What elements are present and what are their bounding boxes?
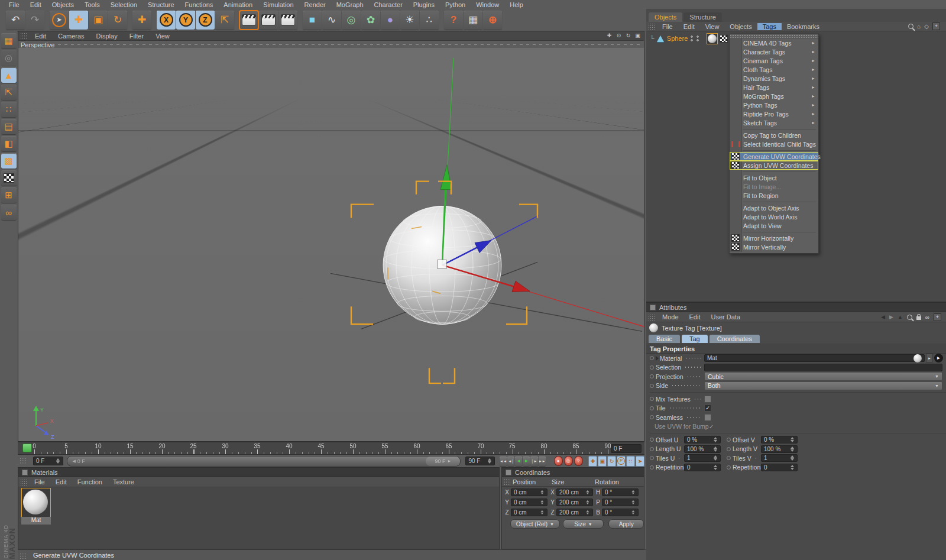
texture-tag-icon[interactable] — [707, 33, 718, 44]
materials-menu-edit[interactable]: Edit — [50, 478, 72, 485]
viewport-menu-filter[interactable]: Filter — [124, 33, 150, 40]
visibility-toggle[interactable] — [690, 35, 694, 42]
point-mode-button[interactable]: ∷ — [1, 102, 17, 117]
anim-dot-icon[interactable] — [650, 397, 654, 401]
end-frame-field[interactable]: 90 F — [465, 457, 495, 465]
rot-b-field[interactable]: 0 ° — [602, 509, 639, 516]
rotate-view-icon[interactable]: ↻ — [624, 33, 632, 40]
panel-grip[interactable] — [20, 458, 27, 464]
autokeying-button[interactable]: ◎ — [564, 456, 573, 466]
snap-settings-button[interactable]: ◎ — [1, 50, 17, 66]
materials-menu-function[interactable]: Function — [72, 478, 108, 485]
stepper[interactable] — [712, 455, 718, 462]
record-options-button[interactable]: ? — [574, 456, 583, 466]
stepper[interactable] — [540, 489, 544, 495]
rotate-tool-button[interactable]: ↻ — [108, 11, 127, 30]
anim-dot-icon[interactable] — [650, 415, 654, 419]
menu-item-riptide-pro-tags[interactable]: Riptide Pro Tags► — [730, 109, 818, 118]
timeline-playhead[interactable] — [22, 444, 32, 452]
model-mode-button[interactable]: ▲ — [1, 67, 17, 83]
menu-python[interactable]: Python — [440, 1, 471, 8]
y-axis-arrowhead[interactable] — [440, 165, 452, 190]
play-backward-button[interactable]: ◄ — [515, 457, 522, 466]
size-z-field[interactable]: 200 cm — [556, 509, 593, 516]
anim-dot-icon[interactable] — [727, 438, 731, 442]
zoom-view-icon[interactable]: ⊙ — [615, 33, 623, 40]
add-particles-button[interactable]: ∴ — [420, 11, 439, 30]
menu-item-fit-to-object[interactable]: Fit to Object — [730, 173, 818, 182]
offset-u-field[interactable]: 0 % — [684, 436, 721, 444]
anim-dot-icon[interactable] — [650, 456, 654, 460]
size-x-field[interactable]: 200 cm — [556, 488, 593, 496]
redo-button[interactable]: ↷ — [25, 11, 44, 30]
stepper[interactable] — [585, 499, 589, 505]
menu-item-mirror-horizontally[interactable]: Mirror Horizontally — [730, 234, 818, 242]
play-forward-button[interactable]: ► — [523, 457, 530, 466]
panel-grip[interactable] — [648, 314, 655, 321]
uv-mode-button[interactable]: ▩ — [1, 153, 17, 169]
menu-item-cinema4d-tags[interactable]: CINEMA 4D Tags► — [730, 38, 818, 47]
size-y-field[interactable]: 200 cm — [556, 499, 593, 506]
menu-plugins[interactable]: Plugins — [408, 1, 440, 8]
timeline-ruler[interactable]: 0 5 10 15 20 25 30 35 40 45 50 55 60 65 … — [18, 442, 644, 455]
undo-button[interactable]: ↶ — [6, 11, 25, 30]
frame-stepper[interactable] — [55, 458, 60, 465]
coord-size-dropdown[interactable]: Size▼ — [563, 519, 604, 529]
menu-item-dynamics-tags[interactable]: Dynamics Tags► — [730, 74, 818, 83]
menu-item-generate-uvw-coordinates[interactable]: Generate UVW Coordinates — [730, 152, 818, 161]
texture-mode-button[interactable] — [1, 170, 17, 186]
context-help-button[interactable]: ? — [444, 11, 463, 30]
menu-item-character-tags[interactable]: Character Tags► — [730, 47, 818, 56]
material-browse-icon[interactable]: ► — [926, 354, 933, 362]
tiles-u-field[interactable]: 1 — [684, 454, 721, 462]
coordinate-system-button[interactable]: ⇱ — [215, 11, 234, 30]
stepper[interactable] — [789, 436, 795, 444]
materials-menu-file[interactable]: File — [29, 478, 50, 485]
om-menu-tags[interactable]: Tags — [757, 23, 782, 30]
stepper[interactable] — [585, 509, 589, 515]
render-settings-button[interactable] — [278, 11, 297, 30]
anim-dot-icon[interactable] — [727, 465, 731, 470]
render-visibility-toggle[interactable] — [696, 35, 699, 42]
path-level-icon[interactable]: ◇ — [924, 23, 929, 30]
record-keyframe-button[interactable]: ● — [554, 456, 563, 466]
menu-tools[interactable]: Tools — [79, 1, 105, 8]
side-dropdown[interactable]: Both ▼ — [704, 381, 942, 390]
lock-x-axis-button[interactable]: X — [157, 11, 176, 30]
anim-dot-icon[interactable] — [650, 406, 654, 410]
object-name-label[interactable]: Sphere — [667, 35, 688, 42]
length-v-field[interactable]: 100 % — [761, 445, 798, 453]
anim-dot-icon[interactable] — [650, 374, 654, 378]
uvw-tag-icon[interactable] — [720, 35, 728, 43]
anim-dot-icon[interactable] — [650, 365, 654, 370]
texture-axis-mode-button[interactable]: ⊞ — [1, 187, 17, 203]
attributes-title-bar[interactable]: Attributes — [646, 303, 946, 312]
coord-mode-dropdown[interactable]: Object (Rel)▼ — [510, 519, 560, 529]
animation-mode-button[interactable]: ∞ — [1, 205, 17, 220]
menu-objects[interactable]: Objects — [47, 1, 79, 8]
om-menu-edit[interactable]: Edit — [678, 23, 700, 30]
polygon-mode-button[interactable]: ◧ — [1, 136, 17, 151]
viewport-menu-display[interactable]: Display — [90, 33, 124, 40]
menu-item-sketch-tags[interactable]: Sketch Tags► — [730, 118, 818, 127]
tab-structure[interactable]: Structure — [683, 12, 722, 22]
link-icon[interactable]: ∞ — [925, 314, 929, 321]
seamless-checkbox[interactable] — [704, 414, 711, 421]
key-parameter-toggle[interactable]: P — [617, 456, 626, 467]
apply-button[interactable]: Apply — [608, 519, 644, 529]
om-menu-objects[interactable]: Objects — [724, 23, 757, 30]
material-thumbnail[interactable] — [21, 488, 51, 517]
panel-grip[interactable] — [504, 478, 511, 485]
menu-item-adapt-to-object-axis[interactable]: Adapt to Object Axis — [730, 203, 818, 212]
edge-mode-button[interactable]: ▤ — [1, 119, 17, 134]
add-spline-button[interactable]: ∿ — [322, 11, 341, 30]
add-scene-button[interactable]: ☀ — [400, 11, 419, 30]
key-scale-toggle[interactable]: ▣ — [598, 456, 607, 467]
anim-dot-icon[interactable] — [650, 465, 654, 470]
menu-file[interactable]: File — [4, 1, 25, 8]
tab-objects[interactable]: Objects — [649, 12, 682, 22]
menu-item-hair-tags[interactable]: Hair Tags► — [730, 83, 818, 92]
om-menu-file[interactable]: File — [657, 23, 678, 30]
previous-frame-button[interactable]: ◄│ — [507, 457, 514, 466]
expand-icon[interactable] — [656, 356, 659, 361]
